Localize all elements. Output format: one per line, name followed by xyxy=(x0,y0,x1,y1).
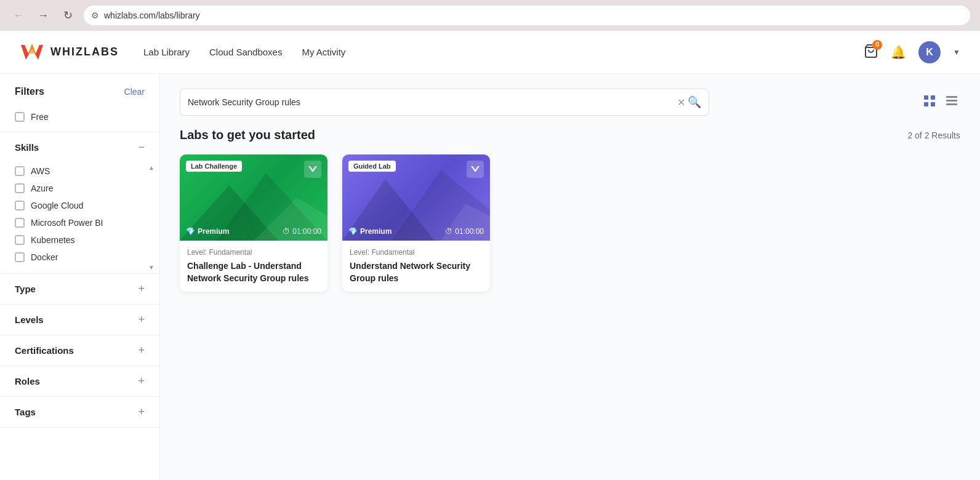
premium-label-1: Premium xyxy=(360,227,392,236)
lab-card-0[interactable]: Lab Challenge 💎 Premium xyxy=(180,154,327,292)
cards-grid: Lab Challenge 💎 Premium xyxy=(180,154,960,292)
reload-button[interactable]: ↻ xyxy=(59,7,76,24)
svg-rect-8 xyxy=(946,100,957,102)
card-duration-0: ⏱ 01:00:00 xyxy=(283,227,321,236)
skill-item-kubernetes: Kubernetes xyxy=(15,231,132,249)
main-nav: Lab Library Cloud Sandboxes My Activity xyxy=(143,47,864,57)
filters-title: Filters xyxy=(15,86,44,97)
card-body-0: Level: Fundamental Challenge Lab - Under… xyxy=(180,241,327,292)
skill-item-aws: AWS xyxy=(15,162,132,180)
results-row: Labs to get you started 2 of 2 Results xyxy=(180,128,960,142)
card-duration-1: ⏱ 01:00:00 xyxy=(445,227,484,236)
roles-section-header[interactable]: Roles + xyxy=(0,366,159,396)
sidebar: Filters Clear Free Skills − AWS xyxy=(0,74,160,480)
aws-checkbox[interactable] xyxy=(15,166,25,176)
content-area: ✕ 🔍 xyxy=(160,74,980,480)
logo-icon xyxy=(20,40,44,65)
svg-rect-3 xyxy=(924,95,928,100)
card-badge-1: Guided Lab xyxy=(348,161,396,172)
docker-checkbox[interactable] xyxy=(15,252,25,262)
list-icon xyxy=(946,95,958,107)
forward-button[interactable]: → xyxy=(34,7,52,24)
svg-rect-5 xyxy=(924,102,928,106)
card-badge-0: Lab Challenge xyxy=(186,161,242,172)
main-layout: Filters Clear Free Skills − AWS xyxy=(0,74,980,480)
duration-value-1: 01:00:00 xyxy=(455,227,484,236)
docker-label: Docker xyxy=(31,252,58,262)
tags-expand-icon: + xyxy=(138,406,145,418)
card-premium-0: 💎 Premium xyxy=(186,227,229,236)
list-view-button[interactable] xyxy=(943,92,960,113)
skills-scroll-down[interactable]: ▼ xyxy=(148,265,155,271)
tags-section: Tags + xyxy=(0,397,159,428)
card-premium-1: 💎 Premium xyxy=(348,227,392,236)
kubernetes-checkbox[interactable] xyxy=(15,235,25,245)
kubernetes-label: Kubernetes xyxy=(31,235,75,245)
card-provider-logo-1 xyxy=(467,161,484,178)
tags-section-header[interactable]: Tags + xyxy=(0,397,159,427)
clock-icon-0: ⏱ xyxy=(283,227,290,236)
skill-item-docker: Docker xyxy=(15,249,132,266)
nav-my-activity[interactable]: My Activity xyxy=(302,47,345,57)
avatar-letter: K xyxy=(926,47,933,58)
google-cloud-checkbox[interactable] xyxy=(15,201,25,210)
card-title-1: Understand Network Security Group rules xyxy=(350,260,483,284)
clear-filters-button[interactable]: Clear xyxy=(124,87,145,97)
address-bar[interactable]: ⚙ whizlabs.com/labs/library xyxy=(84,6,970,25)
skills-section: Skills − AWS Azure xyxy=(0,132,159,274)
certifications-expand-icon: + xyxy=(138,344,145,357)
type-section-header[interactable]: Type + xyxy=(0,274,159,304)
skills-title: Skills xyxy=(15,142,39,153)
search-input[interactable] xyxy=(188,97,675,107)
premium-diamond-icon-1: 💎 xyxy=(348,227,358,236)
back-button[interactable]: ← xyxy=(10,7,27,24)
card-level-1: Level: Fundamental xyxy=(350,248,483,257)
svg-rect-6 xyxy=(931,102,935,106)
card-body-1: Level: Fundamental Understand Network Se… xyxy=(342,241,490,292)
azure-checkbox[interactable] xyxy=(15,183,25,193)
svg-rect-7 xyxy=(946,96,957,98)
results-count: 2 of 2 Results xyxy=(907,130,960,140)
card-thumbnail-0: Lab Challenge 💎 Premium xyxy=(180,154,327,241)
clock-icon-1: ⏱ xyxy=(445,227,452,236)
browser-chrome: ← → ↻ ⚙ whizlabs.com/labs/library xyxy=(0,0,980,31)
skills-scroll-up[interactable]: ▲ xyxy=(148,165,155,171)
card-footer-0: 💎 Premium ⏱ 01:00:00 xyxy=(180,227,327,236)
bell-icon[interactable]: 🔔 xyxy=(891,45,906,60)
skills-section-header[interactable]: Skills − xyxy=(0,132,159,162)
search-clear-button[interactable]: ✕ xyxy=(675,97,688,108)
certifications-section-header[interactable]: Certifications + xyxy=(0,335,159,366)
levels-section-header[interactable]: Levels + xyxy=(0,305,159,335)
grid-view-button[interactable] xyxy=(921,92,938,113)
app: WHIZLABS Lab Library Cloud Sandboxes My … xyxy=(0,31,980,480)
azure-label: Azure xyxy=(31,183,54,193)
search-icon: 🔍 xyxy=(688,95,701,109)
levels-section: Levels + xyxy=(0,305,159,335)
google-cloud-label: Google Cloud xyxy=(31,201,84,210)
skill-item-azure: Azure xyxy=(15,180,132,197)
free-checkbox[interactable] xyxy=(15,112,25,122)
card-provider-logo-0 xyxy=(304,161,321,178)
logo-area: WHIZLABS xyxy=(20,40,119,65)
type-expand-icon: + xyxy=(138,282,145,295)
duration-value-0: 01:00:00 xyxy=(292,227,321,236)
free-filter-row: Free xyxy=(0,107,159,132)
search-row: ✕ 🔍 xyxy=(180,89,960,116)
nav-cloud-sandboxes[interactable]: Cloud Sandboxes xyxy=(209,47,282,57)
address-icon: ⚙ xyxy=(91,10,99,20)
provider-logo-icon-0 xyxy=(307,164,318,175)
certifications-title: Certifications xyxy=(15,345,74,356)
cart-button[interactable]: 0 xyxy=(864,44,878,61)
nav-lab-library[interactable]: Lab Library xyxy=(143,47,190,57)
view-toggles xyxy=(921,92,960,113)
premium-label-0: Premium xyxy=(198,227,229,236)
free-label: Free xyxy=(31,112,49,122)
lab-card-1[interactable]: Guided Lab 💎 Premium xyxy=(342,154,490,292)
skill-item-ms-power-bi: Microsoft Power BI xyxy=(15,214,132,231)
avatar-chevron-icon[interactable]: ▼ xyxy=(953,48,960,57)
skills-collapse-icon: − xyxy=(138,141,145,154)
ms-power-bi-checkbox[interactable] xyxy=(15,218,25,228)
roles-expand-icon: + xyxy=(138,375,145,388)
avatar[interactable]: K xyxy=(918,41,941,63)
provider-logo-icon-1 xyxy=(470,164,481,175)
